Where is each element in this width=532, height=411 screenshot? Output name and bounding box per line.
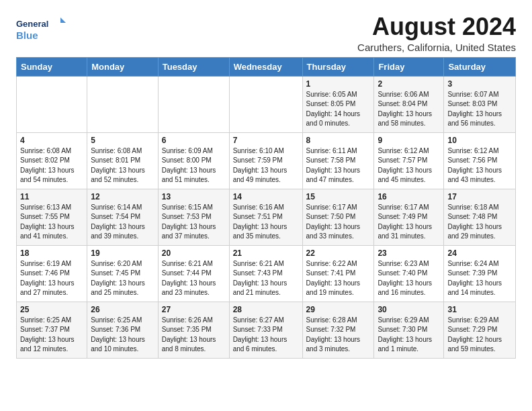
cell-info: Sunrise: 6:24 AMSunset: 7:39 PMDaylight:…: [447, 259, 512, 298]
header: General Blue August 2024 Caruthers, Cali…: [16, 13, 516, 53]
cell-3-3: 21 Sunrise: 6:21 AMSunset: 7:43 PMDaylig…: [229, 245, 302, 302]
cell-1-0: 4 Sunrise: 6:08 AMSunset: 8:02 PMDayligh…: [17, 132, 87, 189]
page-subtitle: Caruthers, California, United States: [357, 42, 516, 53]
day-number: 7: [233, 136, 299, 145]
cell-info: Sunrise: 6:12 AMSunset: 7:57 PMDaylight:…: [378, 146, 440, 185]
cell-info: Sunrise: 6:15 AMSunset: 7:53 PMDaylight:…: [162, 203, 226, 242]
cell-0-6: 3 Sunrise: 6:07 AMSunset: 8:03 PMDayligh…: [444, 76, 516, 132]
day-number: 14: [233, 192, 299, 201]
cell-0-5: 2 Sunrise: 6:06 AMSunset: 8:04 PMDayligh…: [374, 76, 444, 132]
logo-svg: General Blue: [16, 16, 70, 44]
cell-info: Sunrise: 6:05 AMSunset: 8:05 PMDaylight:…: [306, 90, 371, 129]
cell-4-5: 30 Sunrise: 6:29 AMSunset: 7:30 PMDaylig…: [374, 302, 444, 358]
cell-info: Sunrise: 6:16 AMSunset: 7:51 PMDaylight:…: [233, 203, 299, 242]
cell-2-6: 17 Sunrise: 6:18 AMSunset: 7:48 PMDaylig…: [444, 189, 516, 245]
cell-1-4: 8 Sunrise: 6:11 AMSunset: 7:58 PMDayligh…: [302, 132, 374, 189]
cell-info: Sunrise: 6:09 AMSunset: 8:00 PMDaylight:…: [162, 146, 226, 185]
week-row-4: 18 Sunrise: 6:19 AMSunset: 7:46 PMDaylig…: [17, 245, 516, 302]
cell-info: Sunrise: 6:20 AMSunset: 7:45 PMDaylight:…: [91, 259, 154, 298]
cell-1-3: 7 Sunrise: 6:10 AMSunset: 7:59 PMDayligh…: [229, 132, 302, 189]
week-row-2: 4 Sunrise: 6:08 AMSunset: 8:02 PMDayligh…: [17, 132, 516, 189]
day-number: 28: [233, 305, 299, 314]
header-thursday: Thursday: [302, 57, 374, 76]
day-number: 15: [306, 192, 371, 201]
title-area: August 2024 Caruthers, California, Unite…: [357, 13, 516, 53]
cell-0-3: [229, 76, 302, 132]
cell-info: Sunrise: 6:17 AMSunset: 7:49 PMDaylight:…: [378, 203, 440, 242]
cell-info: Sunrise: 6:13 AMSunset: 7:55 PMDaylight:…: [20, 203, 83, 242]
day-number: 26: [91, 305, 154, 314]
calendar-header: SundayMondayTuesdayWednesdayThursdayFrid…: [17, 57, 516, 76]
header-monday: Monday: [87, 57, 159, 76]
day-number: 21: [233, 248, 299, 258]
day-number: 22: [306, 248, 371, 258]
cell-2-0: 11 Sunrise: 6:13 AMSunset: 7:55 PMDaylig…: [17, 189, 87, 245]
cell-info: Sunrise: 6:29 AMSunset: 7:29 PMDaylight:…: [447, 316, 512, 355]
page-title: August 2024: [357, 13, 516, 40]
cell-info: Sunrise: 6:25 AMSunset: 7:36 PMDaylight:…: [91, 316, 154, 355]
header-saturday: Saturday: [444, 57, 516, 76]
cell-info: Sunrise: 6:25 AMSunset: 7:37 PMDaylight:…: [20, 316, 83, 355]
day-number: 3: [447, 79, 512, 89]
day-number: 13: [162, 192, 226, 201]
cell-info: Sunrise: 6:12 AMSunset: 7:56 PMDaylight:…: [447, 146, 512, 185]
day-number: 8: [306, 136, 371, 145]
header-tuesday: Tuesday: [158, 57, 229, 76]
cell-1-5: 9 Sunrise: 6:12 AMSunset: 7:57 PMDayligh…: [374, 132, 444, 189]
cell-1-1: 5 Sunrise: 6:08 AMSunset: 8:01 PMDayligh…: [87, 132, 159, 189]
cell-4-2: 27 Sunrise: 6:26 AMSunset: 7:35 PMDaylig…: [158, 302, 229, 358]
cell-4-3: 28 Sunrise: 6:27 AMSunset: 7:33 PMDaylig…: [229, 302, 302, 358]
day-number: 20: [162, 248, 226, 258]
day-number: 5: [91, 136, 154, 145]
cell-info: Sunrise: 6:17 AMSunset: 7:50 PMDaylight:…: [306, 203, 371, 242]
cell-2-2: 13 Sunrise: 6:15 AMSunset: 7:53 PMDaylig…: [158, 189, 229, 245]
cell-0-2: [158, 76, 229, 132]
day-number: 29: [306, 305, 371, 314]
day-number: 11: [20, 192, 83, 201]
cell-4-6: 31 Sunrise: 6:29 AMSunset: 7:29 PMDaylig…: [444, 302, 516, 358]
cell-3-6: 24 Sunrise: 6:24 AMSunset: 7:39 PMDaylig…: [444, 245, 516, 302]
cell-info: Sunrise: 6:14 AMSunset: 7:54 PMDaylight:…: [91, 203, 154, 242]
cell-3-4: 22 Sunrise: 6:22 AMSunset: 7:41 PMDaylig…: [302, 245, 374, 302]
day-number: 4: [20, 136, 83, 145]
day-number: 1: [306, 79, 371, 89]
cell-info: Sunrise: 6:06 AMSunset: 8:04 PMDaylight:…: [378, 90, 440, 129]
cell-4-1: 26 Sunrise: 6:25 AMSunset: 7:36 PMDaylig…: [87, 302, 159, 358]
header-sunday: Sunday: [17, 57, 87, 76]
svg-text:Blue: Blue: [16, 30, 38, 41]
day-number: 2: [378, 79, 440, 89]
cell-2-1: 12 Sunrise: 6:14 AMSunset: 7:54 PMDaylig…: [87, 189, 159, 245]
cell-info: Sunrise: 6:21 AMSunset: 7:43 PMDaylight:…: [233, 259, 299, 298]
day-number: 12: [91, 192, 154, 201]
cell-0-4: 1 Sunrise: 6:05 AMSunset: 8:05 PMDayligh…: [302, 76, 374, 132]
day-number: 24: [447, 248, 512, 258]
day-number: 16: [378, 192, 440, 201]
cell-4-4: 29 Sunrise: 6:28 AMSunset: 7:32 PMDaylig…: [302, 302, 374, 358]
cell-info: Sunrise: 6:07 AMSunset: 8:03 PMDaylight:…: [447, 90, 512, 129]
week-row-1: 1 Sunrise: 6:05 AMSunset: 8:05 PMDayligh…: [17, 76, 516, 132]
header-wednesday: Wednesday: [229, 57, 302, 76]
day-number: 23: [378, 248, 440, 258]
day-number: 19: [91, 248, 154, 258]
week-row-3: 11 Sunrise: 6:13 AMSunset: 7:55 PMDaylig…: [17, 189, 516, 245]
cell-1-2: 6 Sunrise: 6:09 AMSunset: 8:00 PMDayligh…: [158, 132, 229, 189]
day-number: 6: [162, 136, 226, 145]
day-number: 9: [378, 136, 440, 145]
logo: General Blue: [16, 16, 70, 44]
cell-0-0: [17, 76, 87, 132]
cell-3-0: 18 Sunrise: 6:19 AMSunset: 7:46 PMDaylig…: [17, 245, 87, 302]
cell-info: Sunrise: 6:08 AMSunset: 8:02 PMDaylight:…: [20, 146, 83, 185]
week-row-5: 25 Sunrise: 6:25 AMSunset: 7:37 PMDaylig…: [17, 302, 516, 358]
svg-text:General: General: [16, 19, 48, 29]
cell-info: Sunrise: 6:29 AMSunset: 7:30 PMDaylight:…: [378, 316, 440, 355]
calendar-body: 1 Sunrise: 6:05 AMSunset: 8:05 PMDayligh…: [17, 76, 516, 358]
day-number: 30: [378, 305, 440, 314]
cell-info: Sunrise: 6:22 AMSunset: 7:41 PMDaylight:…: [306, 259, 371, 298]
cell-info: Sunrise: 6:18 AMSunset: 7:48 PMDaylight:…: [447, 203, 512, 242]
day-number: 10: [447, 136, 512, 145]
day-number: 27: [162, 305, 226, 314]
cell-info: Sunrise: 6:27 AMSunset: 7:33 PMDaylight:…: [233, 316, 299, 355]
calendar-table: SundayMondayTuesdayWednesdayThursdayFrid…: [16, 57, 516, 359]
cell-2-3: 14 Sunrise: 6:16 AMSunset: 7:51 PMDaylig…: [229, 189, 302, 245]
cell-2-4: 15 Sunrise: 6:17 AMSunset: 7:50 PMDaylig…: [302, 189, 374, 245]
